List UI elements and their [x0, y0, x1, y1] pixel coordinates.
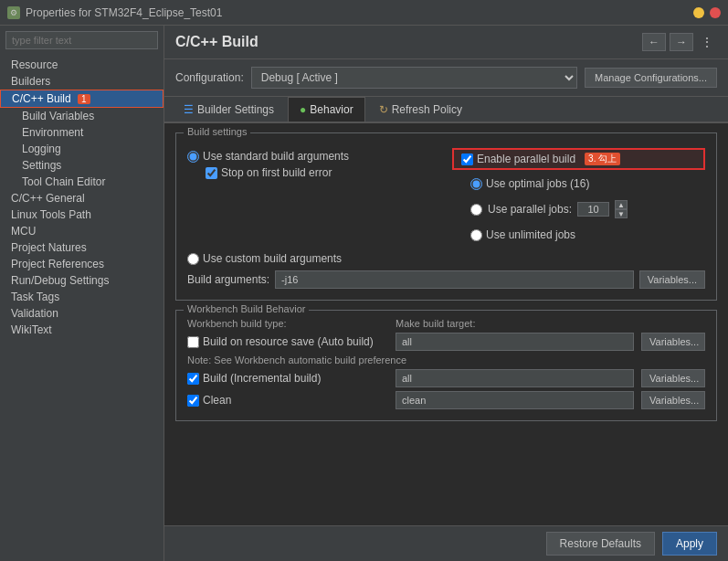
use-custom-build-row: Use custom build arguments	[187, 252, 705, 265]
use-custom-build-radio[interactable]	[187, 253, 199, 265]
use-standard-build-label: Use standard build arguments	[203, 150, 349, 163]
sidebar-item-builders[interactable]: Builders	[0, 73, 164, 90]
parallel-jobs-label: Use parallel jobs:	[488, 203, 572, 216]
sidebar-item-logging[interactable]: Logging	[0, 141, 164, 157]
build-args-row: Build arguments: Variables...	[187, 270, 705, 289]
optimal-jobs-radio[interactable]	[470, 178, 482, 190]
incremental-build-checkbox[interactable]	[187, 373, 199, 385]
parallel-jobs-radio[interactable]	[470, 204, 482, 216]
enable-parallel-checkbox[interactable]	[461, 153, 473, 165]
build-right: Enable parallel build 3. 勾上 Use optimal …	[452, 148, 705, 245]
parallel-jobs-input[interactable]	[577, 202, 609, 217]
config-select[interactable]: Debug [ Active ] Release	[251, 67, 577, 89]
tab-builder-settings[interactable]: ☰ Builder Settings	[172, 97, 286, 122]
build-args-input[interactable]	[275, 270, 634, 289]
jobs-spinner: ▲ ▼	[615, 200, 628, 218]
sidebar-item-project-references[interactable]: Project References	[0, 256, 164, 272]
sidebar-item-tool-chain-editor[interactable]: Tool Chain Editor	[0, 174, 164, 190]
sidebar-item-mcu[interactable]: MCU	[0, 223, 164, 239]
manage-configs-button[interactable]: Manage Configurations...	[585, 68, 717, 88]
use-custom-build-label: Use custom build arguments	[203, 252, 342, 265]
tab-content-behavior: Build settings Use standard build argume…	[164, 123, 728, 525]
tab-refresh-policy-label: Refresh Policy	[392, 103, 462, 116]
sidebar-item-project-natures[interactable]: Project Natures	[0, 239, 164, 256]
incremental-build-row: Build (Incremental build) Variables...	[187, 369, 705, 387]
content-title: C/C++ Build	[175, 34, 258, 50]
use-standard-build-radio[interactable]	[187, 151, 199, 163]
optimal-jobs-label: Use optimal jobs (16)	[486, 177, 589, 190]
tab-refresh-policy[interactable]: ↻ Refresh Policy	[367, 97, 474, 122]
build-on-save-vars-button[interactable]: Variables...	[641, 333, 705, 351]
clean-label: Clean	[203, 394, 231, 407]
workbench-target-header: Make build target:	[396, 318, 705, 329]
refresh-icon: ↻	[379, 103, 388, 116]
jobs-down-button[interactable]: ▼	[615, 209, 628, 218]
apply-button[interactable]: Apply	[662, 532, 717, 556]
sidebar-item-task-tags[interactable]: Task Tags	[0, 289, 164, 305]
unlimited-jobs-row: Use unlimited jobs	[470, 228, 705, 241]
build-args-vars-button[interactable]: Variables...	[639, 270, 705, 289]
build-on-save-input-cell	[396, 333, 634, 351]
use-standard-build-row: Use standard build arguments	[187, 150, 443, 163]
unlimited-jobs-label: Use unlimited jobs	[486, 228, 575, 241]
minimize-button[interactable]	[693, 7, 704, 18]
workbench-header: Workbench build type: Make build target:	[187, 318, 705, 329]
build-on-save-target-input[interactable]	[396, 333, 634, 351]
app-icon: ⚙	[7, 6, 20, 19]
incremental-btn-cell: Variables...	[641, 369, 705, 387]
build-settings-title: Build settings	[184, 126, 250, 137]
sidebar-item-validation[interactable]: Validation	[0, 305, 164, 322]
build-args-label: Build arguments:	[187, 273, 269, 286]
incremental-target-input[interactable]	[396, 369, 634, 387]
workbench-behavior-group: Workbench Build Behavior Workbench build…	[175, 310, 717, 421]
incremental-vars-button[interactable]: Variables...	[641, 369, 705, 387]
clean-btn-cell: Variables...	[641, 391, 705, 409]
workbench-type-header: Workbench build type:	[187, 318, 388, 329]
title-bar: ⚙ Properties for STM32F4_Eclipse_Test01	[0, 0, 728, 26]
build-on-save-checkbox[interactable]	[187, 336, 199, 348]
builder-icon: ☰	[184, 103, 194, 116]
build-on-save-btn-cell: Variables...	[641, 333, 705, 351]
content-body: Build settings Use standard build argume…	[164, 123, 728, 561]
tabs-row: ☰ Builder Settings ● Behavior ↻ Refresh …	[164, 97, 728, 123]
sidebar-item-cpp-build[interactable]: C/C++ Build 1	[0, 90, 164, 108]
clean-target-input[interactable]	[396, 391, 634, 409]
restore-defaults-button[interactable]: Restore Defaults	[546, 532, 655, 556]
header-actions: ← → ⋮	[642, 33, 717, 51]
build-on-save-label: Build on resource save (Auto build)	[203, 335, 374, 348]
tab-behavior[interactable]: ● Behavior	[288, 97, 365, 122]
tab-builder-settings-label: Builder Settings	[197, 103, 274, 116]
unlimited-jobs-radio[interactable]	[470, 229, 482, 241]
parallel-build-highlight: Enable parallel build 3. 勾上	[452, 148, 705, 170]
bottom-bar: Restore Defaults Apply	[164, 525, 728, 561]
clean-input-cell	[396, 391, 634, 409]
sidebar-item-wikitext[interactable]: WikiText	[0, 322, 164, 338]
jobs-up-button[interactable]: ▲	[615, 200, 628, 209]
menu-button[interactable]: ⋮	[697, 33, 717, 51]
build-on-save-cell: Build on resource save (Auto build)	[187, 335, 388, 348]
sidebar-item-build-variables[interactable]: Build Variables	[0, 108, 164, 124]
config-label: Configuration:	[175, 71, 244, 84]
tab-behavior-label: Behavior	[310, 103, 353, 116]
stop-on-error-checkbox[interactable]	[206, 167, 217, 179]
stop-on-error-row: Stop on first build error	[206, 166, 443, 179]
sidebar-item-cpp-general[interactable]: C/C++ General	[0, 190, 164, 206]
back-button[interactable]: ←	[642, 33, 666, 51]
filter-input[interactable]	[5, 31, 158, 49]
content-header: C/C++ Build ← → ⋮	[164, 26, 728, 59]
content-area: C/C++ Build ← → ⋮ Configuration: Debug […	[164, 26, 728, 561]
forward-button[interactable]: →	[670, 33, 693, 51]
clean-vars-button[interactable]: Variables...	[641, 391, 705, 409]
build-on-save-row: Build on resource save (Auto build) Vari…	[187, 333, 705, 351]
close-button[interactable]	[710, 7, 721, 18]
build-left: Use standard build arguments Stop on fir…	[187, 146, 443, 245]
sidebar-item-environment[interactable]: Environment	[0, 124, 164, 141]
sidebar-tree: Resource Builders C/C++ Build 1 Build Va…	[0, 55, 164, 561]
incremental-build-label: Build (Incremental build)	[203, 372, 321, 385]
title-bar-text: Properties for STM32F4_Eclipse_Test01	[26, 6, 693, 19]
sidebar-item-linux-tools-path[interactable]: Linux Tools Path	[0, 206, 164, 223]
sidebar-item-run-debug[interactable]: Run/Debug Settings	[0, 272, 164, 289]
sidebar-item-settings[interactable]: Settings	[0, 157, 164, 174]
sidebar-item-resource[interactable]: Resource	[0, 57, 164, 73]
clean-checkbox[interactable]	[187, 395, 199, 407]
